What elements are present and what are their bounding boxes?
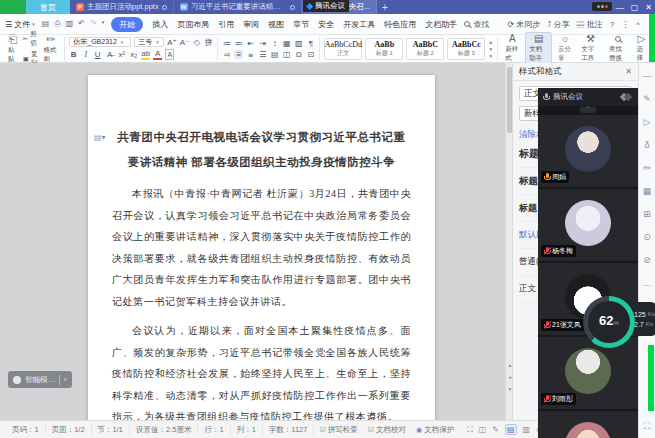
align-left-icon[interactable]: ⫤	[222, 50, 231, 59]
paragraph-mark-icon[interactable]: ¶	[306, 39, 315, 48]
highlight-color-icon[interactable]: ab	[141, 49, 150, 60]
menu-item-section[interactable]: 章节	[293, 19, 309, 30]
shading-icon[interactable]: ▨	[294, 39, 303, 48]
style-heading2[interactable]: AaBbC 标题 2	[406, 38, 444, 60]
panel-close-icon[interactable]: ✕	[625, 67, 632, 76]
distribute-icon[interactable]: ▤	[270, 50, 279, 59]
monitor-gauge-ring[interactable]: 62 %	[583, 296, 635, 348]
shape-tool-icon[interactable]: δ	[644, 140, 649, 150]
spell-check-status[interactable]: ☑拼写检查	[314, 425, 362, 435]
font-color-icon[interactable]: A	[153, 49, 162, 60]
tab-home[interactable]: 首页	[26, 0, 70, 14]
clear-format-icon[interactable]: ◇	[192, 38, 201, 47]
minimize-button[interactable]: —	[616, 3, 624, 12]
document-page[interactable]: 共青团中央召开电视电话会议学习贯彻习近平总书记重要讲话精神 部署各级团组织主动投…	[88, 75, 435, 420]
participant-tile[interactable]: 周娟	[538, 115, 638, 187]
select-button[interactable]: ▷ 选择	[634, 33, 649, 64]
increase-indent-icon[interactable]: ⇥	[258, 39, 267, 48]
help-icon[interactable]: ?	[610, 20, 614, 29]
status-section[interactable]: 节：1/1	[92, 425, 130, 435]
status-line[interactable]: 行：1	[198, 425, 230, 435]
sync-status-button[interactable]: ⟳ 未同步	[507, 19, 540, 30]
pin-icon[interactable]	[162, 5, 167, 10]
outline-view-icon[interactable]: ▥	[523, 425, 531, 434]
menu-item-view[interactable]: 视图	[268, 19, 284, 30]
more-tools-icon[interactable]: …	[643, 278, 652, 288]
menu-item-home[interactable]: 开始	[111, 17, 143, 32]
save-icon[interactable]: ▤	[42, 19, 50, 29]
redo-icon[interactable]: ↷	[90, 19, 97, 29]
style-heading1[interactable]: AaBb 标题 1	[365, 38, 403, 60]
phonetic-guide-icon[interactable]: 拼	[204, 38, 213, 47]
close-button[interactable]: ✕	[645, 3, 652, 12]
menu-item-references[interactable]: 引用	[218, 19, 234, 30]
menu-item-page-layout[interactable]: 页面布局	[177, 19, 209, 30]
find-replace-button[interactable]: 查找替换	[606, 33, 631, 64]
status-page-count[interactable]: 页面：1/2	[46, 425, 92, 435]
subscript-icon[interactable]: x₂	[129, 50, 138, 59]
format-painter-button[interactable]: ✏ 格式刷	[42, 34, 61, 64]
borders-icon[interactable]: ▦	[282, 39, 291, 48]
align-right-icon[interactable]: ⫢	[246, 50, 255, 59]
font-size-select[interactable]: 三号▾	[134, 37, 164, 47]
participant-tile[interactable]	[538, 411, 638, 438]
doc-assistant-button[interactable]: ▤ 文档助手	[525, 32, 552, 65]
more-icon[interactable]: ⋮	[621, 20, 629, 29]
bookmark-tool-icon[interactable]: ⊞	[643, 209, 651, 219]
style-heading3[interactable]: AaBbCc 标题 3	[447, 38, 485, 60]
wps-logo-icon[interactable]	[0, 0, 26, 14]
collapse-strip-icon[interactable]: ⌃	[580, 107, 596, 113]
bullet-list-icon[interactable]: ≔	[222, 39, 231, 48]
tab-document-doc1[interactable]: W 习近平总书记重要讲话精神.docx	[174, 0, 302, 14]
undo-icon[interactable]: ↶	[78, 19, 85, 29]
brush-tool-icon[interactable]: ✏	[643, 163, 651, 173]
decrease-font-icon[interactable]: A⁻	[180, 38, 190, 47]
character-border-icon[interactable]: A	[165, 49, 174, 60]
justify-icon[interactable]: ☰	[258, 50, 267, 59]
menu-item-review[interactable]: 审阅	[243, 19, 259, 30]
chevron-down-icon[interactable]: ▾	[102, 19, 105, 29]
menu-item-featured-apps[interactable]: 特色应用	[384, 19, 416, 30]
scroll-down-icon[interactable]: ▼	[488, 46, 493, 52]
share-button[interactable]: ⤴ 分享	[547, 19, 569, 30]
more-styles-icon[interactable]: ▼	[488, 53, 493, 59]
menu-item-security[interactable]: 安全	[318, 19, 334, 30]
menu-item-dev-tools[interactable]: 开发工具	[343, 19, 375, 30]
font-family-select[interactable]: 仿宋_GB2312▾	[69, 37, 131, 47]
print-icon[interactable]: ⎙	[54, 19, 60, 29]
status-setting-value[interactable]: 设置值：2.5厘米	[130, 425, 198, 435]
read-view-icon[interactable]: ◫	[479, 425, 487, 434]
preview-icon[interactable]: ▥	[66, 19, 74, 29]
underline-button[interactable]: U	[93, 50, 102, 59]
meeting-video-panel[interactable]: 腾讯会议 ⌃ 周娟 杨冬梅 21张文凤	[538, 88, 638, 438]
new-tab-button[interactable]: +	[377, 0, 393, 14]
page-view-icon[interactable]: ▤	[505, 424, 517, 435]
outline-marker-icon[interactable]: ▤▾	[94, 133, 106, 142]
meeting-status-indicator[interactable]	[592, 2, 612, 11]
cut-button[interactable]: ✂ 剪切	[23, 30, 39, 48]
menu-item-doc-assistant[interactable]: 文档助手	[425, 19, 457, 30]
meeting-header[interactable]: 腾讯会议	[538, 88, 638, 106]
performance-monitor-widget[interactable]: 125 K/s 2.7 K/s 62 %	[583, 296, 655, 352]
minimize-panel-icon[interactable]: —	[643, 71, 652, 81]
superscript-icon[interactable]: x²	[117, 50, 126, 59]
comment-button[interactable]: ▤ 批注	[577, 19, 603, 30]
styles-scroll-arrows[interactable]: ▲ ▼ ▼	[488, 39, 493, 59]
maximize-button[interactable]: ▢	[631, 3, 639, 12]
strikethrough-icon[interactable]: A̶	[105, 50, 114, 59]
new-style-button[interactable]: A 新样式	[502, 33, 522, 64]
fullscreen-view-icon[interactable]: ⛶	[467, 425, 473, 435]
search-box[interactable]: 查找	[464, 19, 489, 30]
tab-document-ppt[interactable]: P 主题团日活动ppt.pptx	[70, 0, 174, 14]
align-center-icon[interactable]: ≡	[234, 50, 243, 59]
bold-button[interactable]: B	[69, 50, 78, 59]
numbered-list-icon[interactable]: ≕	[234, 39, 243, 48]
symbol-icon[interactable]: Ω	[294, 50, 303, 59]
select-tool-icon[interactable]: ▷	[644, 117, 651, 127]
collapse-pill-icon[interactable]: ‹	[64, 375, 67, 384]
write-mode-icon[interactable]: ✎	[492, 425, 499, 434]
menu-item-insert[interactable]: 插入	[152, 19, 168, 30]
doc-proof-status[interactable]: ☑文档校对	[363, 425, 411, 435]
fit-screen-icon[interactable]: ⛶	[644, 421, 650, 432]
scroll-up-icon[interactable]: ▲	[488, 39, 493, 45]
